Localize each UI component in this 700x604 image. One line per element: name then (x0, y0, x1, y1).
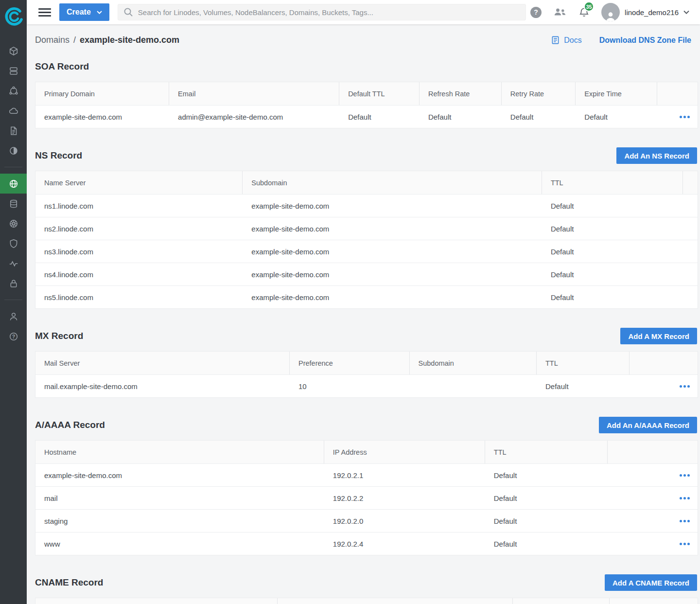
sidebar-item-help[interactable]: ? (0, 326, 27, 346)
notification-badge: 35 (584, 1, 594, 12)
table-cell: example-site-demo.com (243, 286, 542, 308)
sidebar-item-managed[interactable] (0, 273, 27, 293)
table-row: ns5.linode.comexample-site-demo.comDefau… (35, 285, 698, 308)
column-header-actions (610, 598, 698, 604)
firewalls-icon (9, 239, 18, 249)
row-actions-menu-button[interactable] (678, 494, 691, 502)
table-header-row: HostnameAliases toTTL (35, 598, 698, 604)
row-actions-cell (608, 533, 698, 555)
sidebar-item-databases[interactable] (0, 194, 27, 213)
add-cname-record-button[interactable]: Add A CNAME Record (605, 574, 697, 591)
table-cell: Default (542, 195, 683, 217)
sidebar-item-images[interactable] (0, 141, 27, 160)
table-cell: ns5.linode.com (35, 286, 243, 308)
table-cell: Default (542, 240, 683, 263)
column-header: Name Server (35, 171, 243, 194)
username: linode_demo216 (625, 8, 679, 17)
search-input[interactable] (138, 8, 521, 17)
main-area: Create ? 35 linode_demo216 (27, 0, 700, 604)
table-cell: example-site-demo.com (243, 217, 542, 240)
row-actions-menu-button[interactable] (678, 540, 691, 548)
sidebar-item-longview[interactable] (0, 253, 27, 273)
sidebar-item-stackscripts[interactable] (0, 121, 27, 141)
ns-record-table: Name ServerSubdomainTTLns1.linode.comexa… (35, 171, 698, 309)
volumes-icon (9, 66, 18, 76)
chevron-down-icon (683, 10, 689, 14)
table-cell: 192.0.2.4 (324, 533, 485, 555)
sidebar-item-account[interactable] (0, 306, 27, 326)
column-header: Refresh Rate (420, 82, 502, 105)
row-actions-menu-button[interactable] (678, 471, 691, 480)
community-button[interactable] (553, 7, 567, 17)
row-actions-cell (683, 240, 698, 263)
domains-icon (9, 179, 18, 189)
table-cell: Default (537, 375, 630, 397)
sidebar-item-domains[interactable] (0, 174, 27, 194)
table-cell: ns4.linode.com (35, 263, 243, 285)
row-actions-menu-button[interactable] (678, 517, 691, 525)
table-cell: Default (576, 106, 657, 128)
hamburger-menu-button[interactable] (38, 8, 51, 17)
table-cell: Default (485, 487, 608, 509)
table-header-row: HostnameIP AddressTTL (35, 441, 698, 463)
user-menu[interactable]: linode_demo216 (601, 3, 689, 21)
avatar (601, 3, 620, 21)
table-row: mail192.0.2.2Default (35, 486, 698, 509)
column-header: Subdomain (243, 171, 542, 194)
section-title-cname: CNAME Record (35, 577, 103, 588)
column-header: Hostname (35, 441, 324, 463)
mx-record-table: Mail ServerPreferenceSubdomainTTLmail.ex… (35, 351, 698, 398)
global-search (118, 4, 526, 20)
add-ns-record-button[interactable]: Add An NS Record (616, 147, 697, 164)
sidebar-item-linodes[interactable] (0, 41, 27, 61)
sidebar-item-firewalls[interactable] (0, 233, 27, 253)
column-header: Hostname (35, 598, 278, 604)
table-cell: mail (35, 487, 324, 509)
sidebar: ? (0, 0, 27, 604)
row-actions-menu-button[interactable] (678, 113, 691, 121)
section-title-soa: SOA Record (35, 61, 89, 72)
table-header-row: Name ServerSubdomainTTL (35, 171, 698, 194)
sidebar-item-kubernetes[interactable] (0, 213, 27, 233)
docs-link-label: Docs (564, 36, 581, 45)
create-button[interactable]: Create (59, 3, 109, 21)
images-icon (9, 146, 18, 156)
table-cell: Default (502, 106, 576, 128)
section-title-a-aaaa: A/AAAA Record (35, 420, 105, 430)
add-a-aaaa-record-button[interactable]: Add An A/AAAA Record (599, 417, 697, 433)
table-header-row: Mail ServerPreferenceSubdomainTTL (35, 352, 698, 374)
stackscripts-icon (9, 126, 18, 136)
table-cell: example-site-demo.com (35, 464, 324, 486)
table-row: staging192.0.2.0Default (35, 509, 698, 532)
sidebar-item-volumes[interactable] (0, 61, 27, 81)
breadcrumb-domains-link[interactable]: Domains (35, 35, 70, 45)
column-header: IP Address (324, 441, 485, 463)
linode-logo[interactable] (0, 0, 27, 41)
kubernetes-icon (9, 219, 18, 229)
svg-text:?: ? (12, 333, 15, 339)
linode-logo-icon (3, 6, 24, 28)
table-cell: Default (485, 533, 608, 555)
add-mx-record-button[interactable]: Add A MX Record (620, 328, 697, 344)
column-header: Default TTL (339, 82, 420, 105)
sidebar-item-nodebalancers[interactable] (0, 81, 27, 101)
column-header-actions (630, 352, 698, 374)
a-aaaa-record-section: A/AAAA Record Add An A/AAAA Record Hostn… (35, 416, 698, 555)
table-cell: ns2.linode.com (35, 217, 243, 240)
docs-link[interactable]: Docs (551, 36, 581, 45)
sidebar-item-object-storage[interactable] (0, 101, 27, 121)
table-cell: example-site-demo.com (243, 240, 542, 263)
download-dns-zone-file-link[interactable]: Download DNS Zone File (599, 36, 691, 45)
column-header: TTL (485, 441, 608, 463)
help-button[interactable]: ? (530, 7, 542, 18)
table-cell: Default (485, 510, 608, 532)
table-cell: Default (485, 464, 608, 486)
docs-icon (551, 36, 560, 45)
a-aaaa-record-table: HostnameIP AddressTTLexample-site-demo.c… (35, 440, 698, 555)
column-header: TTL (542, 171, 683, 194)
section-title-ns: NS Record (35, 150, 82, 161)
row-actions-menu-button[interactable] (678, 382, 691, 391)
table-cell: Default (542, 263, 683, 285)
notifications-button[interactable]: 35 (578, 6, 590, 18)
row-actions-cell (683, 286, 698, 308)
